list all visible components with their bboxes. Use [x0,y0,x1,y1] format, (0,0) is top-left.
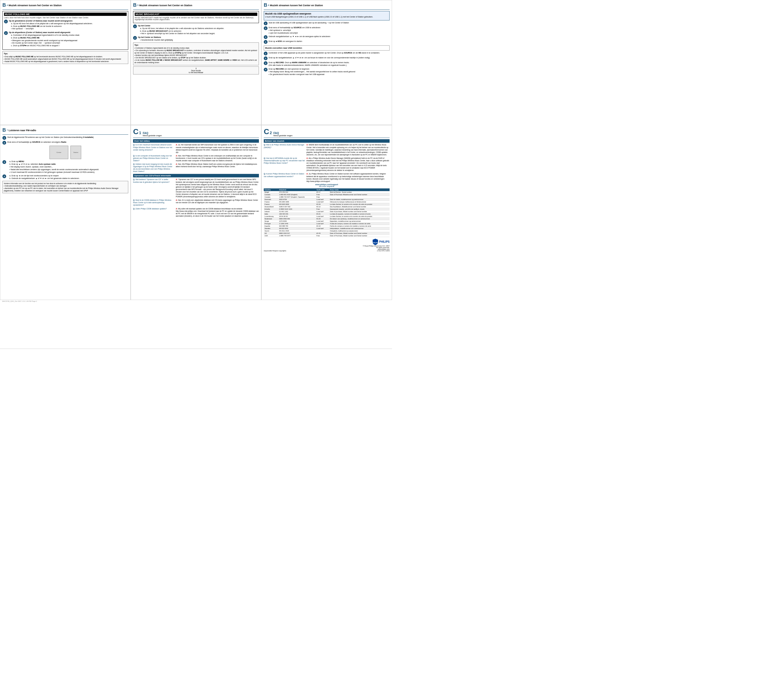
b7-step4-a: Druk op ◄ om de lijst met voorkeurzender… [10,174,128,177]
b5-step-2: 2 Op het Center en Stations Geselecteerd… [133,36,259,41]
b5-tip-3: • Andere functies zijn niet beschikbaar … [134,54,258,56]
table-row: France08 9165 0006€0.34La date d'achat, … [264,203,390,205]
b4-step-2: 2 Op de afspeelbron (Center of Station) … [4,31,127,47]
c2-faq2-a: A: Als u Philips Wireless Audio Device M… [306,157,390,172]
c2-philips-logo-area: PHILIPS PHILIPS [363,239,390,245]
b6-usb-title: Muziek via USB opslagmedium weergeven [265,12,388,15]
b6-transfer-step4-num: 4 [264,68,267,71]
c2-or-text: bel onze helpdesk [264,186,390,187]
c1-section2-title: Opnamen van CD's/Track informatie [133,174,259,178]
b6-usb-step-4: 4 Druk op ►II/OK om weergave te starten [264,40,390,44]
b5-tips-title: Tips: [134,44,258,46]
b7-center-label: Center [56,151,61,153]
table-row: Luxembourg26 84 30 00Local tarifLa date … [264,215,390,217]
b6-usb-step2-content: Druk eens of herhaaldelijk op SOURCE om … [268,26,390,34]
b4-tip-2: • MUSIC FOLLOWS ME wordt automatisch uit… [4,58,127,60]
b6-usb-step3-num: 3 [264,35,267,39]
table-row: Canada1-888-744-5477 (English / Spanish)… [264,196,390,198]
b4-box-title: MUSIC FOLLOWS ME [4,13,127,16]
c2-title: FAQ [273,132,293,135]
b5-step2-bullet1: Geselecteerde muziek start gelijktijdig [140,39,259,41]
b7-step3-num: 3 [2,160,6,164]
c1-faq-opnamen-1: Q: Wat betekent "Opnamen van CD" in welk… [133,178,259,198]
c1-title: FAQ [143,132,162,135]
c1-faq-milieu-1: Q: Is er een maximum transmissie-afstand… [133,143,259,153]
b5-tip-2: • Om uitzending te herhalen: Alvorens op… [134,49,258,54]
b6-transfer-step4-content: Druk op RECORD om met opnemen te beginne… [268,68,390,76]
c2-website: www.philips.com/support [264,184,390,186]
b4-tips-title: Tips: [4,53,127,55]
c2-footer: responsible Respect copyrights PHILIPS P… [264,239,390,252]
b4-step2-title: Op de afspeelbron (Center of Station) wa… [9,31,71,33]
c1-faq-m1-q: Q: Is er een maximum transmissie-afstand… [133,143,175,153]
b7-step-2: 2 Druk eens of herhaaldelijk op SOURCE e… [2,141,128,145]
b4-step2-content: Op de afspeelbron (Center of Station) wa… [9,31,127,47]
table-row: Norge2270 8250Local tarifKjøpsdato, mode… [264,220,390,222]
page: WAC5700_QSG_Dut 2007.1.31 1:49 PM Page 2… [0,0,392,349]
b5-step1-list: Op de HD bron, het album of de playlist … [138,27,259,35]
b4-step1-content: Op de geluidsbron (Center of Station) wa… [9,20,127,30]
b7-step4-b: Gebruik de navigatietoetsen ▲ of ▼ en ► … [10,177,128,180]
page-header: WAC5700_QSG_Dut 2007.1.31 1:49 PM Page 2 [0,300,392,349]
b5-step2-title: Op het Center en Stations [138,36,161,38]
c2-philips-footer: PHILIPS PHILIPS © Royal Philips Electron… [363,239,390,252]
b7-step-3: 3 Druk op MENU Druk op ▲ of ▼ en ► selec… [2,160,128,173]
b7-center-device: Center [49,146,68,159]
b7-step2-content: Druk eens of herhaaldelijk op SOURCE en … [7,141,128,143]
c2-faq-2: Q: Hoe kan ik MP3/WMA-muziek die op de n… [264,157,390,172]
c2-helpdesk-body: België070 253 010€0.17Mod-én/Serienr. Se… [264,191,390,237]
c2-helpdesk-table: Country Helpdesk Tariff / min Keep ready… [264,188,390,237]
b6-transfer-title: Muziek overzetten naar USB toestellen [264,45,390,51]
b4-step-1: 1 Op de geluidsbron (Center of Station) … [4,20,127,30]
c1-badge-sub: 1 [139,131,141,135]
b4-step2-num: 2 [4,31,8,35]
b7-footer-text: Verdere informatie over de functies van … [4,182,127,184]
b5-broadcast-box: MUSIC BROADCAST MUSIC BROADCAST maakt he… [133,11,259,23]
b6-usb-desc: U kunt USB flashgeheugen (USB 2.0 of USB… [265,16,388,18]
b5-tip-1: • Controleer of Stations ingeschakeld zi… [134,47,258,49]
b6-transfer-step3-content: Druk op RECORD. Druk op MARK-UNMARK en s… [268,61,390,67]
b4-tip-1: • Druk altijd op MUSIC FOLLOWS ME op het… [4,55,127,58]
b6-usb-step1-content: Sluit de USB aansluiting of USB opslagme… [268,21,390,24]
b7-badge-sub: 7 [7,129,8,131]
c1-faq-o3-a: A: Wij zullen elk kwartaal updates van d… [176,207,259,217]
c2-badge-sub: 2 [270,131,272,135]
table-row: USA1-888-744-5477FreeDate of Purchase, M… [264,234,390,237]
c1-faq-m2-q: Q: Is een computer of thuisnetwerk nodig… [133,155,175,162]
c2-copyright: © Royal Philips Electronics N.V. 2007 [363,245,390,247]
b4-badge-sub: 4 [7,4,8,6]
table-row: Deutschland0180 5 007 532€0.12Das Kaufda… [264,205,390,208]
b6-transfer-step2-num: 2 [264,56,267,60]
b6-usb-step-3: 3 Gebruik navigatietoetsen ▲ ▼ ◄ ► om de… [264,35,390,39]
c2-helpdesk-header: Country Helpdesk Tariff / min Keep ready [264,188,390,191]
b4-badge: B [2,2,6,8]
c2-faq-3: Q: Kunnen Philips Wireless Music Center … [264,173,390,182]
b7-step3-bullet1: Het display toont: Autom. opslaan, even … [10,166,128,168]
section-c1: C 1 FAQ Meest gestelde vragen Over het m… [131,125,261,300]
b5-title: Muziek streamen tussen het Center en Sta… [139,4,192,7]
table-row: Sweden08 632 0016Local tarifInköpsdatum,… [264,227,390,229]
b5-tips: Tips: • Controleer of Stations ingeschak… [133,43,259,65]
table-row: France08 2290 1906Local tarifOttrouvez l… [264,201,390,203]
b7-station-label: Station [73,151,79,153]
c1-faq-opnamen-2: Q: Moet ik de CDDB database in Philips W… [133,199,259,206]
c2-faq3-q: Q: Kunnen Philips Wireless Music Center … [264,173,305,182]
b5-notif-body: is niet beschikbaar [134,71,258,73]
c1-badge: C [133,127,138,136]
b4-step2-b: Druk op MUSIC FOLLOWS ME [11,36,127,39]
table-row: Danmark3525 8759Local tarifDato for købe… [264,198,390,201]
b6-header: B 6 Muziek streamen tussen het Center en… [264,2,390,8]
b7-step4-list: Druk op ◄ om de lijst met voorkeurzender… [7,174,128,180]
b7-devices: Center Station [49,146,81,159]
b6-usb-step4-content: Druk op ►II/OK om weergave te starten [268,40,390,43]
b5-badge: B [133,2,137,8]
b5-step1-num: 1 [133,25,137,28]
b4-box-desc: Laat u door het hele huis door muziek vo… [4,16,127,18]
b7-step1-content: Sluit de bijgeleverde FM-antenne aan op … [7,136,128,139]
page-header-text: WAC5700_QSG_Dut 2007.1.31 1:49 PM Page 2 [2,301,37,302]
c1-subtitle: Meest gestelde vragen [143,135,162,137]
b4-step1-bullet1: Het symbool → verschijnt [11,27,127,30]
b7-footer: Verdere informatie over de functies van … [2,181,128,193]
b4-header: B 4 Muziek streamen tussen het Center en… [2,2,128,8]
b5-notification: ℹ Deze functie is niet beschikbaar [133,66,259,74]
